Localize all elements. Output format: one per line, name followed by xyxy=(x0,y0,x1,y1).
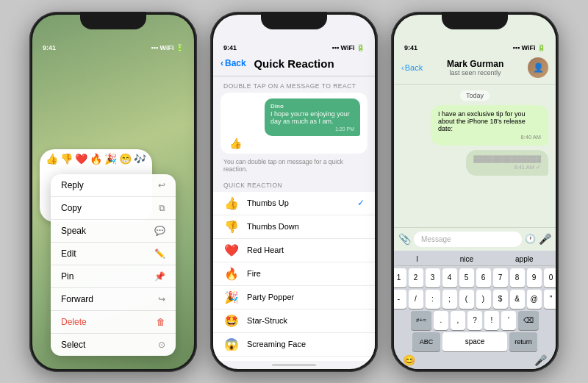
key-apostrophe[interactable]: ' xyxy=(501,311,516,330)
kb-row-4: ABC space return xyxy=(395,332,554,351)
key-open-paren[interactable]: ( xyxy=(459,290,474,309)
key-semi[interactable]: ; xyxy=(442,290,457,309)
scroll-indicator-2 xyxy=(272,364,316,366)
key-comma[interactable]: , xyxy=(451,311,465,330)
key-abc[interactable]: ABC xyxy=(412,332,440,351)
menu-select[interactable]: Select ⊙ xyxy=(51,334,176,356)
time-3: 9:41 xyxy=(404,44,417,51)
key-9[interactable]: 9 xyxy=(527,268,542,287)
reply-label: Reply xyxy=(61,180,84,190)
reaction-row-screaming[interactable]: 😱 Screaming Face xyxy=(213,333,375,357)
pred-3[interactable]: apple xyxy=(515,255,533,263)
menu-edit[interactable]: Edit ✏️ xyxy=(51,243,176,265)
back-label-3: Back xyxy=(405,63,423,72)
key-quote[interactable]: " xyxy=(544,290,556,309)
kb-row-1: 1 2 3 4 5 6 7 8 9 0 xyxy=(395,268,554,287)
key-6[interactable]: 6 xyxy=(476,268,491,287)
key-1[interactable]: 1 xyxy=(394,268,406,287)
back-button-2[interactable]: ‹ Back xyxy=(220,58,246,68)
msg-time-1: 8:40 AM xyxy=(438,134,541,140)
phone-2: 9:41 ▪▪▪ WiFi 🔋 ‹ Back Quick Reaction DO… xyxy=(210,12,378,372)
pred-2[interactable]: nice xyxy=(460,255,473,263)
status-bar-3: 9:41 ▪▪▪ WiFi 🔋 xyxy=(394,35,556,56)
emoji-fire: 🔥 xyxy=(223,267,240,281)
signal-3: ▪▪▪ WiFi 🔋 xyxy=(513,44,546,51)
key-close-paren[interactable]: ) xyxy=(476,290,491,309)
reaction-row-thumbsup[interactable]: 👍 Thumbs Up ✓ xyxy=(213,192,375,215)
reaction-row-starstruck[interactable]: 🤩 Star-Struck xyxy=(213,309,375,333)
reaction-row-heart[interactable]: ❤️ Red Heart xyxy=(213,239,375,262)
reply-icon: ↩ xyxy=(158,180,165,190)
reaction-row-fire[interactable]: 🔥 Fire xyxy=(213,262,375,286)
select-label: Select xyxy=(61,340,85,350)
key-backspace[interactable]: ⌫ xyxy=(518,311,539,330)
key-3[interactable]: 3 xyxy=(426,268,440,287)
key-at[interactable]: @ xyxy=(527,290,542,309)
emoji-starstruck: 🤩 xyxy=(223,314,240,328)
speak-icon: 💬 xyxy=(154,226,165,236)
context-menu: Reply ↩ Copy ⧉ Speak 💬 Edit ✏️ Pin 📌 xyxy=(51,174,176,356)
key-space[interactable]: space xyxy=(442,332,507,351)
mic-icon[interactable]: 🎤 xyxy=(539,233,551,245)
clock-icon[interactable]: 🕐 xyxy=(525,234,536,244)
pin-label: Pin xyxy=(61,271,74,282)
emoji-heart: ❤️ xyxy=(223,243,240,257)
contact-name: Mark Gurman xyxy=(427,59,523,69)
preview-time: 1:20 PM xyxy=(270,126,354,132)
key-0[interactable]: 0 xyxy=(544,268,556,287)
menu-pin[interactable]: Pin 📌 xyxy=(51,265,176,288)
key-dash[interactable]: - xyxy=(394,290,406,309)
msg-reaction: ▓▓▓▓▓▓▓▓▓▓▓▓▓▓ 8:41 AM ✓ xyxy=(466,150,548,176)
msg-time-2: 8:41 AM ✓ xyxy=(473,164,541,171)
emoji-thumbsup: 👍 xyxy=(223,196,240,210)
key-2[interactable]: 2 xyxy=(409,268,423,287)
key-slash[interactable]: / xyxy=(409,290,423,309)
preview-message: I hope you're enjoying your day as much … xyxy=(270,110,354,125)
forward-label: Forward xyxy=(61,294,93,304)
preview-wrap: Dino I hope you're enjoying your day as … xyxy=(220,93,368,154)
emoji-icon[interactable]: 😊 xyxy=(403,354,415,366)
signal-icons-1: ▪▪▪ WiFi 🔋 xyxy=(151,44,184,51)
menu-reply[interactable]: Reply ↩ xyxy=(51,174,176,197)
key-amp[interactable]: & xyxy=(510,290,525,309)
preview-reaction-emoji: 👍 xyxy=(229,137,363,149)
key-dollar[interactable]: $ xyxy=(493,290,508,309)
back-label-2: Back xyxy=(225,58,246,68)
key-return[interactable]: return xyxy=(509,332,537,351)
menu-forward[interactable]: Forward ↪ xyxy=(51,288,176,311)
menu-speak[interactable]: Speak 💬 xyxy=(51,220,176,243)
forward-icon: ↪ xyxy=(158,294,165,304)
reaction-row-thumbsdown[interactable]: 👎 Thumbs Down xyxy=(213,215,375,239)
label-thumbsdown: Thumbs Down xyxy=(247,222,365,231)
menu-copy[interactable]: Copy ⧉ xyxy=(51,197,176,220)
message-input[interactable]: Message xyxy=(414,232,522,247)
reaction-row-party[interactable]: 🎉 Party Popper xyxy=(213,286,375,309)
key-5[interactable]: 5 xyxy=(459,268,474,287)
key-period[interactable]: . xyxy=(434,311,448,330)
keyboard: l nice apple 1 2 3 4 5 6 7 8 9 0 xyxy=(394,251,556,369)
key-8[interactable]: 8 xyxy=(510,268,525,287)
key-symbols[interactable]: #+= xyxy=(411,311,431,330)
notch-3 xyxy=(442,12,508,29)
preview-msg: Dino I hope you're enjoying your day as … xyxy=(265,99,360,136)
input-bar: 📎 Message 🕐 🎤 xyxy=(394,227,556,251)
key-question[interactable]: ? xyxy=(467,311,482,330)
key-exclaim[interactable]: ! xyxy=(484,311,499,330)
pred-1[interactable]: l xyxy=(416,255,417,263)
key-4[interactable]: 4 xyxy=(442,268,457,287)
signal-2: ▪▪▪ WiFi 🔋 xyxy=(332,44,365,51)
back-button-3[interactable]: ‹ Back xyxy=(401,63,423,72)
key-7[interactable]: 7 xyxy=(493,268,508,287)
key-colon[interactable]: : xyxy=(426,290,440,309)
edit-icon: ✏️ xyxy=(154,248,165,259)
label-starstruck: Star-Struck xyxy=(247,316,365,325)
contact-avatar: 👤 xyxy=(528,57,548,78)
menu-delete[interactable]: Delete 🗑 xyxy=(51,311,176,334)
mic-kb-icon[interactable]: 🎤 xyxy=(534,354,547,366)
reaction-row-beaming[interactable]: 😁 Beaming Face xyxy=(213,357,375,361)
nav-title-2: Quick Reaction xyxy=(254,57,334,70)
notch-1 xyxy=(80,12,146,29)
attach-icon[interactable]: 📎 xyxy=(398,233,411,245)
kb-row-3: #+= . , ? ! ' ⌫ xyxy=(395,311,554,330)
section-quick-reaction: QUICK REACTION xyxy=(213,177,375,192)
